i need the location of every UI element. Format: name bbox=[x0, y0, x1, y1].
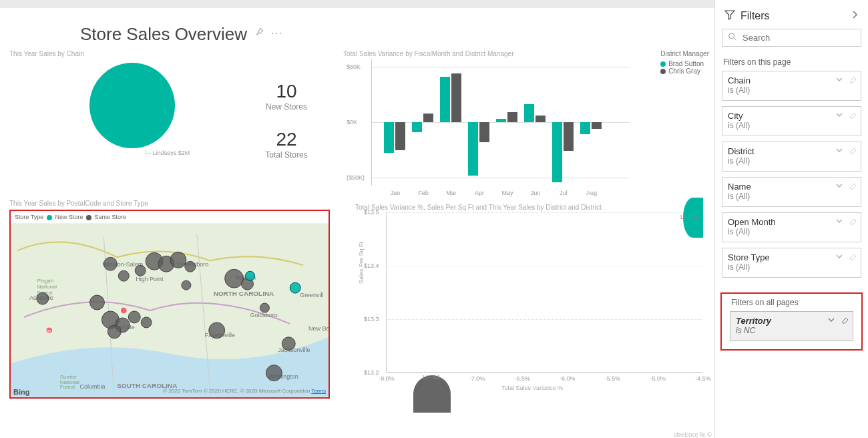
axis-label: $13.3 bbox=[364, 316, 379, 322]
more-options-icon[interactable]: ··· bbox=[271, 27, 283, 38]
chevron-down-icon[interactable] bbox=[835, 146, 843, 156]
filter-card[interactable]: Districtis (All) bbox=[722, 142, 861, 172]
svg-point-42 bbox=[260, 303, 269, 312]
kpi-label: New Stores bbox=[243, 102, 330, 112]
eraser-icon[interactable] bbox=[849, 252, 857, 262]
svg-point-38 bbox=[141, 317, 152, 328]
bar[interactable] bbox=[552, 122, 562, 182]
bar[interactable] bbox=[496, 119, 506, 122]
bar[interactable] bbox=[524, 104, 534, 122]
filters-pane: Filters Filters on this page Chainis (Al… bbox=[714, 0, 868, 438]
map-terms-link[interactable]: Terms bbox=[311, 388, 326, 394]
eraser-icon[interactable] bbox=[849, 75, 857, 85]
kpi-label: Total Stores bbox=[243, 150, 330, 160]
collapse-pane-icon[interactable] bbox=[851, 11, 859, 21]
filter-value: is NC bbox=[736, 326, 847, 335]
bar[interactable] bbox=[564, 122, 574, 151]
svg-point-39 bbox=[209, 322, 225, 339]
bar[interactable] bbox=[468, 122, 478, 176]
filter-value: is (All) bbox=[728, 227, 855, 236]
filter-value: is (All) bbox=[728, 262, 855, 272]
kpi-new-stores[interactable]: 10 New Stores bbox=[243, 81, 330, 112]
eraser-icon[interactable] bbox=[841, 316, 849, 326]
filter-card[interactable]: Cityis (All) bbox=[722, 106, 861, 136]
svg-point-46 bbox=[246, 271, 255, 280]
axis-label: -4.5% bbox=[695, 375, 711, 382]
bar[interactable] bbox=[423, 114, 433, 122]
svg-point-43 bbox=[282, 337, 295, 351]
svg-text:Goldsboro: Goldsboro bbox=[250, 312, 277, 318]
map-visual[interactable]: Store Type New Store Same Store Winston-… bbox=[9, 210, 330, 399]
bar[interactable] bbox=[507, 112, 517, 122]
page-title: Store Sales Overview bbox=[80, 24, 247, 45]
pie-chart[interactable] bbox=[89, 63, 175, 148]
bar[interactable] bbox=[580, 122, 590, 134]
bar[interactable] bbox=[592, 122, 602, 129]
filter-card[interactable]: Open Monthis (All) bbox=[722, 212, 861, 242]
chevron-down-icon[interactable] bbox=[835, 111, 843, 121]
eraser-icon[interactable] bbox=[849, 146, 857, 156]
search-input[interactable] bbox=[742, 33, 855, 43]
chevron-down-icon[interactable] bbox=[835, 217, 843, 227]
bar[interactable] bbox=[535, 116, 546, 122]
eraser-icon[interactable] bbox=[849, 111, 857, 121]
chevron-down-icon[interactable] bbox=[835, 252, 843, 262]
svg-text:Pisgah: Pisgah bbox=[37, 278, 53, 284]
chevron-down-icon[interactable] bbox=[827, 316, 835, 326]
svg-point-29 bbox=[135, 265, 146, 276]
eraser-icon[interactable] bbox=[849, 217, 857, 227]
bar[interactable] bbox=[412, 122, 422, 132]
pie-title: This Year Sales by Chain bbox=[9, 50, 243, 57]
scatter-chart[interactable]: Total Sales Variance %, Sales Per Sq Ft … bbox=[355, 204, 709, 399]
kpi-total-stores[interactable]: 22 Total Stores bbox=[243, 129, 330, 160]
bar[interactable] bbox=[384, 122, 394, 153]
filter-value: is (All) bbox=[728, 156, 855, 166]
chevron-down-icon[interactable] bbox=[835, 182, 843, 192]
filter-card[interactable]: Chainis (All) bbox=[722, 71, 861, 101]
svg-point-48 bbox=[729, 33, 734, 39]
filter-card[interactable]: Nameis (All) bbox=[722, 177, 861, 207]
chevron-down-icon[interactable] bbox=[835, 75, 843, 85]
axis-label: Mar bbox=[446, 190, 457, 196]
eraser-icon[interactable] bbox=[849, 182, 857, 192]
data-label: LI - 04 bbox=[423, 374, 440, 381]
bing-logo: Bing bbox=[13, 388, 29, 396]
axis-label: -7.0% bbox=[469, 375, 485, 382]
filter-card[interactable]: Store Typeis (All) bbox=[722, 248, 861, 278]
axis-label: Apr bbox=[475, 190, 484, 196]
map-svg: Winston-Salem Greensboro High Point NORT… bbox=[11, 224, 329, 397]
svg-point-25 bbox=[37, 292, 49, 304]
svg-text:Greenvill: Greenvill bbox=[300, 292, 323, 298]
svg-text:NORTH CAROLINA: NORTH CAROLINA bbox=[214, 290, 274, 297]
svg-line-49 bbox=[734, 38, 736, 41]
filter-card-territory[interactable]: Territory is NC bbox=[730, 311, 853, 341]
axis-label: -5.5% bbox=[605, 375, 621, 382]
search-input-container[interactable] bbox=[722, 29, 861, 47]
section-title-page: Filters on this page bbox=[723, 57, 860, 67]
bar-chart[interactable]: Total Sales Variance by FiscalMonth and … bbox=[343, 50, 709, 190]
svg-text:85: 85 bbox=[47, 329, 51, 333]
kpi-value: 22 bbox=[243, 129, 330, 150]
bar[interactable] bbox=[395, 122, 405, 150]
axis-label: $13.4 bbox=[364, 262, 379, 269]
axis-label: Feb bbox=[418, 190, 429, 196]
pie-legend: Lindseys $2M bbox=[143, 150, 243, 156]
bar[interactable] bbox=[479, 122, 489, 142]
map-legend: Store Type New Store Same Store bbox=[11, 211, 329, 224]
bar[interactable] bbox=[451, 73, 461, 122]
filter-value: is (All) bbox=[728, 121, 855, 130]
svg-point-32 bbox=[170, 252, 186, 268]
bar[interactable] bbox=[440, 77, 450, 122]
footer-brand: obviEnce llc © bbox=[674, 431, 712, 438]
svg-point-36 bbox=[128, 311, 140, 323]
svg-point-33 bbox=[185, 261, 196, 272]
scatter-point[interactable] bbox=[413, 375, 451, 413]
axis-label: -5.0% bbox=[650, 375, 666, 382]
svg-point-40 bbox=[225, 269, 244, 288]
axis-label: -6.0% bbox=[560, 375, 576, 382]
data-label: LI - 03 bbox=[680, 214, 698, 220]
pin-icon[interactable] bbox=[255, 27, 264, 37]
map-title: This Year Sales by PostalCode and Store … bbox=[9, 200, 337, 207]
kpi-value: 10 bbox=[243, 81, 330, 102]
filters-title: Filters bbox=[740, 10, 845, 22]
